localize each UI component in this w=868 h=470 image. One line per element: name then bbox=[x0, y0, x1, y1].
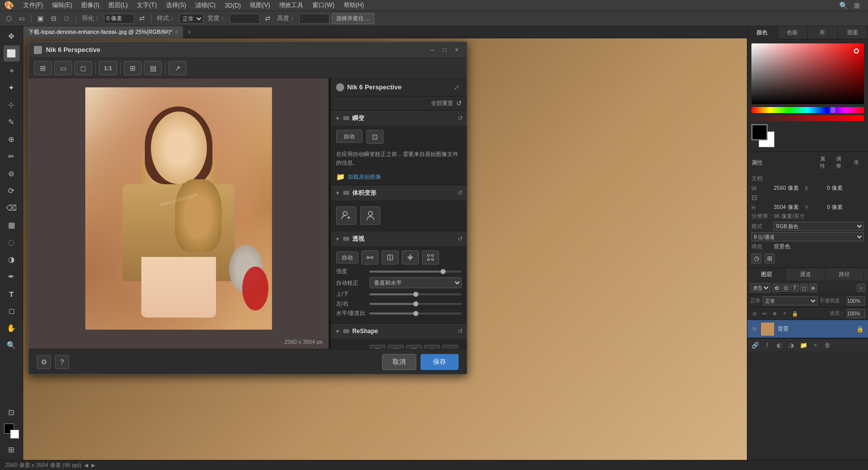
lasso-tool[interactable]: ⌖ bbox=[4, 63, 20, 79]
tab-paths[interactable]: 路径 bbox=[825, 268, 864, 281]
nik-tool-1to1[interactable]: 1:1 bbox=[99, 61, 117, 75]
nik-maximize-button[interactable]: □ bbox=[440, 45, 450, 55]
reshape-grid-btn-3[interactable] bbox=[406, 345, 422, 349]
alpha-slider[interactable] bbox=[751, 115, 864, 121]
menu-layer[interactable]: 图层(L) bbox=[104, 0, 132, 11]
bottom-help-btn[interactable]: ? bbox=[55, 355, 69, 369]
blend-mode-select[interactable]: 正常 bbox=[763, 296, 818, 305]
full-reset-icon[interactable]: ↺ bbox=[456, 99, 462, 107]
height-input[interactable] bbox=[299, 14, 330, 24]
marquee-tool-icon[interactable]: ⬡ bbox=[3, 13, 14, 24]
layers-filter-btn1[interactable]: ✿ bbox=[773, 284, 781, 292]
nik-close-button[interactable]: × bbox=[452, 45, 462, 55]
menu-view[interactable]: 视图(V) bbox=[246, 0, 274, 11]
tab-layers[interactable]: 图层 bbox=[747, 268, 786, 281]
select-mask-button[interactable]: 选择并遮住 ... bbox=[332, 13, 374, 24]
prop-mode-select[interactable]: RGB 颜色 bbox=[774, 222, 864, 231]
layer-group-btn[interactable]: 📁 bbox=[799, 341, 808, 350]
search-icon[interactable]: 🔍 bbox=[839, 2, 848, 10]
save-button[interactable]: 保存 bbox=[420, 354, 459, 370]
crop-tool[interactable]: ⊹ bbox=[4, 97, 20, 113]
tab-library[interactable]: 库 bbox=[808, 26, 838, 39]
brush-tool[interactable]: ✏ bbox=[4, 148, 20, 165]
layer-add-btn[interactable]: + bbox=[811, 341, 820, 350]
tijibianlx-person-add-btn[interactable] bbox=[336, 206, 356, 225]
lock-move-btn[interactable]: ✥ bbox=[771, 309, 779, 318]
select-tool[interactable]: ⬜ bbox=[4, 45, 20, 62]
nik-tool-perspective[interactable]: ⊞ bbox=[34, 61, 52, 75]
prop-btn2[interactable]: ⊞ bbox=[765, 253, 775, 264]
lock-paint-btn[interactable]: ✏ bbox=[761, 309, 769, 318]
reshape-grid-btn-custom[interactable] bbox=[442, 345, 458, 349]
toushi-qiangdu-slider[interactable] bbox=[369, 271, 462, 273]
nik-sidebar-expand-button[interactable]: ⤢ bbox=[452, 82, 462, 92]
foreground-swatch[interactable] bbox=[751, 124, 768, 140]
hue-slider[interactable] bbox=[751, 107, 864, 113]
menu-window[interactable]: 窗口(W) bbox=[308, 0, 338, 11]
toushi-auto-button[interactable]: 自动 bbox=[336, 251, 358, 264]
nik-canvas[interactable]: www.xxrjm.com 2560 x 3504 px bbox=[29, 78, 329, 349]
color-spectrum[interactable] bbox=[751, 43, 864, 104]
background-color[interactable] bbox=[10, 430, 19, 439]
blur-tool[interactable]: ◌ bbox=[4, 234, 20, 250]
layers-type-select[interactable]: 类型 bbox=[750, 283, 771, 292]
layer-visibility-icon[interactable]: 👁 bbox=[751, 326, 757, 333]
toushi-tool4[interactable] bbox=[422, 250, 439, 265]
toushi-ratio-slider[interactable] bbox=[369, 312, 462, 315]
nik-minimize-button[interactable]: ─ bbox=[427, 45, 438, 55]
menu-file[interactable]: 文件(F) bbox=[19, 0, 47, 11]
tab-close-button[interactable]: × bbox=[175, 29, 178, 35]
reshape-header[interactable]: ▼ ReShape ↺ bbox=[331, 324, 467, 339]
layer-fx-btn[interactable]: f bbox=[763, 341, 772, 350]
shunbian-reset-icon[interactable]: ↺ bbox=[458, 115, 463, 122]
toushi-tool3[interactable] bbox=[402, 250, 419, 265]
zoom-tool[interactable]: 🔍 bbox=[4, 337, 20, 353]
pen-tool[interactable]: ✒ bbox=[4, 269, 20, 285]
toushi-zuoyou-slider[interactable] bbox=[369, 303, 462, 305]
prop-btn1[interactable]: ◷ bbox=[751, 253, 762, 264]
shunbian-header[interactable]: ▼ 瞬变 ↺ bbox=[331, 111, 467, 126]
reshape-reset-icon[interactable]: ↺ bbox=[458, 328, 463, 335]
layer-adjustment-btn[interactable]: ◑ bbox=[787, 341, 796, 350]
layers-filter-btn5[interactable]: ⊕ bbox=[809, 284, 817, 292]
toushi-header[interactable]: ▼ 透视 ↺ bbox=[331, 231, 467, 246]
tab-color[interactable]: 颜色 bbox=[747, 26, 778, 39]
layer-background[interactable]: 👁 背景 🔒 bbox=[747, 320, 868, 338]
cancel-button[interactable]: 取消 bbox=[382, 354, 416, 370]
menu-plugins[interactable]: 增效工具 bbox=[275, 0, 307, 11]
toushi-autocorrect-select[interactable]: 垂直和水平 仅垂直 仅水平 bbox=[369, 277, 462, 288]
toushi-reset-icon[interactable]: ↺ bbox=[458, 235, 463, 242]
lock-art-btn[interactable]: ⌖ bbox=[781, 309, 789, 318]
swap-wh-icon[interactable]: ⇄ bbox=[262, 13, 273, 24]
feather-input[interactable] bbox=[104, 14, 134, 24]
eyedropper-tool[interactable]: ✎ bbox=[4, 114, 20, 130]
history-brush-tool[interactable]: ⟳ bbox=[4, 183, 20, 199]
workspace-icon[interactable]: ⊞ bbox=[854, 2, 860, 10]
type-tool[interactable]: T bbox=[4, 286, 20, 302]
menu-filter[interactable]: 滤镜(C) bbox=[191, 0, 220, 11]
layer-link-btn[interactable]: 🔗 bbox=[750, 341, 760, 350]
tab-channels[interactable]: 通道 bbox=[786, 268, 825, 281]
shunbian-detect-btn[interactable]: ⊡ bbox=[366, 130, 384, 144]
lock-all-btn[interactable]: 🔒 bbox=[791, 309, 799, 318]
layers-filter-btn2[interactable]: ⊡ bbox=[782, 284, 790, 292]
screen-mode[interactable]: ⊞ bbox=[4, 442, 20, 458]
toolbar-icon-3[interactable]: ▣ bbox=[35, 13, 46, 24]
full-reset-button[interactable]: 全部重置 bbox=[431, 99, 453, 107]
new-tab-button[interactable]: + bbox=[184, 26, 195, 38]
magic-wand-tool[interactable]: ✦ bbox=[4, 80, 20, 96]
nik-tool-export[interactable]: ↗ bbox=[169, 61, 187, 75]
width-input[interactable] bbox=[230, 14, 260, 24]
nik-tool-rect1[interactable]: ▭ bbox=[54, 61, 72, 75]
layers-filter-toggle[interactable]: ○ bbox=[857, 284, 865, 292]
toushi-shangxia-slider[interactable] bbox=[369, 293, 462, 295]
clone-tool[interactable]: ⊚ bbox=[4, 166, 20, 182]
prop-bit-select[interactable]: 8 位/通道 bbox=[751, 232, 864, 241]
layer-mask-btn[interactable]: ◐ bbox=[775, 341, 784, 350]
menu-image[interactable]: 图像(I) bbox=[77, 0, 103, 11]
toolbar-icon-5[interactable]: □ bbox=[61, 13, 72, 24]
layers-filter-btn4[interactable]: ◻ bbox=[800, 284, 808, 292]
nik-tool-rect2[interactable]: ◻ bbox=[74, 61, 92, 75]
misc-tool[interactable]: ⊡ bbox=[4, 404, 20, 421]
style-select[interactable]: 正常 bbox=[179, 14, 203, 24]
